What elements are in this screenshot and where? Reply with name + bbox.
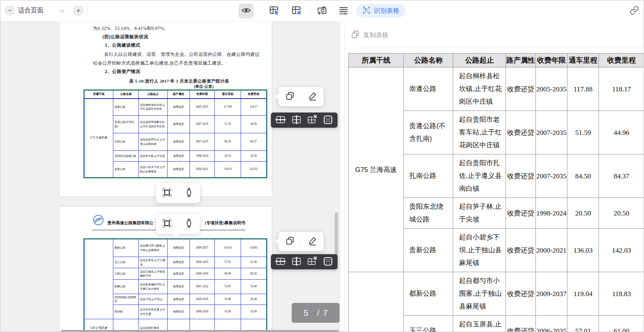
- table-cell: 2007-2035: [190, 116, 215, 133]
- table-cell: 20.50: [215, 151, 241, 162]
- table-cell: 44.96: [241, 116, 267, 133]
- table-copy-edit-popup: [279, 87, 324, 106]
- share-link-button[interactable]: [627, 4, 642, 18]
- copy-table-button[interactable]: 复制表格: [351, 30, 389, 40]
- table-cell: 117.88: [567, 67, 599, 111]
- split-column-button[interactable]: [290, 255, 303, 268]
- table-scan-icon: [362, 6, 371, 16]
- table-cell: 43.99: [241, 305, 267, 319]
- table-cell: 起自桐梓县松坎镇,止于红花岗区中庄镇: [139, 99, 168, 116]
- vertical-scrollbar-thumb[interactable]: [335, 212, 338, 258]
- pdf-table-2[interactable]: 都新公路起自都匀市小围寨,止于独山县麻尾镇收费还贷2009-2037119.04…: [83, 238, 267, 332]
- delete-table-button[interactable]: [288, 4, 304, 18]
- copy-table-region-button[interactable]: [283, 90, 296, 103]
- table-cell: 2006-2035: [535, 316, 567, 332]
- table-header-cell: 所属干线: [349, 53, 404, 67]
- delete-line-button[interactable]: [306, 114, 318, 126]
- ocr-icon: OCR: [338, 5, 349, 17]
- zoom-out-button[interactable]: −: [4, 5, 15, 16]
- table-cell: 收费还贷: [506, 154, 536, 198]
- screenshot-button[interactable]: [314, 4, 330, 18]
- horizontal-scrollbar-thumb[interactable]: [61, 330, 339, 332]
- popup-divider: [301, 92, 301, 101]
- table-cell: 2009-2037: [535, 272, 567, 316]
- table-cell: 51.59: [567, 111, 599, 154]
- vertical-merge-button[interactable]: [182, 217, 196, 231]
- copy-table-region-button[interactable]: [283, 235, 296, 248]
- select-region-button[interactable]: [160, 217, 174, 231]
- table-cell: 84.92: [241, 268, 267, 280]
- minus-icon: −: [8, 7, 12, 14]
- split-column-button[interactable]: [290, 114, 303, 126]
- table-header-cell: 公路名称: [403, 53, 453, 67]
- grid-handle-button[interactable]: [322, 114, 334, 126]
- table-cell: 20.50: [241, 151, 267, 162]
- table-cell: 142.03: [599, 229, 644, 272]
- table-cell: 2007-2035: [535, 111, 567, 154]
- table-cell: 118.17: [241, 99, 267, 116]
- select-table-button[interactable]: [266, 4, 282, 18]
- popup-arrow: [275, 93, 279, 100]
- recognized-table[interactable]: 所属干线公路名称公路起止路产属性收费年限通车里程收费里程G75 兰海高速崇遵公路…: [348, 53, 644, 332]
- table-cell: 43.99: [215, 305, 241, 319]
- table-cell: 2009-2039: [190, 294, 215, 305]
- table-header-cell: 路产属性: [506, 53, 536, 67]
- table-cell: 起自三穗县,止于凯里碥枝坪村: [139, 268, 168, 280]
- table-cell: 崇遵公路: [403, 67, 453, 111]
- grid-handle-button[interactable]: [322, 255, 334, 268]
- table-cell: 崇遵公路: [113, 99, 139, 116]
- table-cell: 起自玉屏县,止于三穗县: [453, 316, 506, 332]
- table-cell: 118.83: [241, 239, 267, 257]
- table-header-cell: 收费里程: [241, 91, 267, 99]
- zoom-in-button[interactable]: +: [73, 5, 84, 16]
- fit-page-label[interactable]: 适合页面: [18, 6, 43, 15]
- toolbar-divider: [87, 5, 87, 16]
- popup-arrow: [275, 238, 279, 245]
- edit-table-button[interactable]: [306, 90, 319, 103]
- table-title: 表 5-10:发行人 2017 年 3 月末主要公路资产统计表: [93, 78, 265, 84]
- select-region-button[interactable]: [160, 186, 174, 200]
- split-row-button[interactable]: [274, 114, 287, 126]
- body-text-line: 社会公开招标方式选择施工单位建设,自己不负责项目施工建设。: [93, 60, 226, 66]
- delete-line-icon: [306, 114, 318, 126]
- table-cell: 三凯公路: [113, 268, 139, 280]
- table-cell: 起自笋子林,止于尖坡: [139, 151, 168, 162]
- table-cell: 贵新公路: [113, 162, 139, 178]
- chevron-down-icon[interactable]: [59, 8, 66, 14]
- ocr-button[interactable]: OCR: [336, 4, 352, 18]
- table-cell: 收费还贷: [168, 133, 190, 151]
- table-cell: 收费还贷: [168, 280, 190, 294]
- table-header-cell: 路产属性: [168, 91, 190, 99]
- table-cell: 收费还贷: [506, 272, 536, 316]
- table-cell: 2006-2035: [190, 257, 215, 268]
- table-cell: 贵遵公路(不含扎南): [403, 111, 453, 154]
- section-heading: (四)公路运营板块状况: [103, 34, 148, 40]
- table-cell: 1998-2024: [190, 151, 215, 162]
- eye-icon: [241, 6, 251, 16]
- table-cell: 凯麻公路: [113, 280, 139, 294]
- pdf-table-1[interactable]: 所属干线公路名称公路起止路产属性收费年限通车里程收费里程G75 兰海高速崇遵公路…: [83, 89, 267, 178]
- table-cell: 84.37: [241, 133, 267, 151]
- table-cell: 118.17: [599, 67, 644, 111]
- table-cell: 2009-2037: [190, 239, 215, 257]
- table-cell: 61.00: [241, 257, 267, 268]
- recognize-table-button[interactable]: 识别表格: [356, 4, 405, 18]
- edit-table-button[interactable]: [306, 235, 319, 248]
- split-row-button[interactable]: [274, 255, 287, 268]
- vertical-merge-button[interactable]: [182, 186, 196, 200]
- delete-line-button[interactable]: [306, 255, 318, 268]
- document-header-right: (专项扶贫)募集说明书: [205, 220, 246, 226]
- table-cell: 起自都匀市小围寨,止于独山县麻尾镇: [453, 272, 506, 316]
- table-cell: 起自都匀市小围寨,止于独山县麻尾镇: [139, 239, 168, 257]
- table-cell: 2001-2022: [190, 280, 215, 294]
- pdf-viewer[interactable]: 为6.32%、15.14%、8.41%和9.97%。 (四)公路运营板块状况 1…: [0, 21, 340, 332]
- table-cell: 收费还贷: [506, 198, 536, 229]
- table-cell: 起自小碧乡下坝,止于独山县麻尾镇: [139, 162, 168, 178]
- result-panel: 复制表格 所属干线公路名称公路起止路产属性收费年限通车里程收费里程G75 兰海高…: [345, 21, 644, 332]
- table-cell: 59.48: [215, 294, 241, 305]
- table-cell: 收费还贷: [168, 305, 190, 319]
- table-cell: 起自笋子林,止于尖坡: [453, 198, 506, 229]
- table-cell: 玉三公路: [113, 257, 139, 268]
- view-mode-button[interactable]: [239, 4, 253, 18]
- table-cell: 收费还贷: [168, 99, 190, 116]
